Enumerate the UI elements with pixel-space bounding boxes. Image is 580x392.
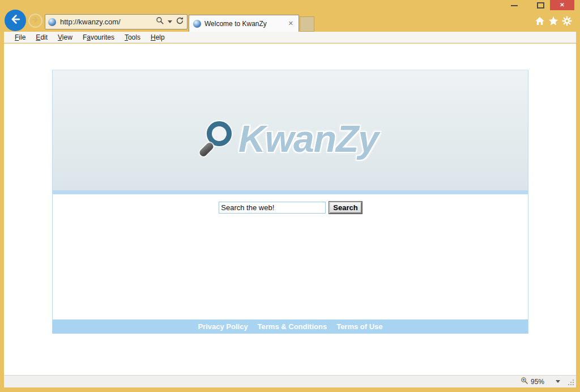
address-search-icon[interactable]	[156, 16, 164, 27]
logo-text: KwanZy	[238, 117, 378, 160]
forward-button[interactable]	[28, 14, 42, 28]
url-text[interactable]: http://kwanzy.com/	[56, 18, 156, 26]
zoom-level[interactable]: 95%	[531, 378, 544, 386]
maximize-button[interactable]	[537, 2, 544, 8]
favorites-star-icon[interactable]	[548, 16, 558, 26]
menu-help[interactable]: Help	[146, 33, 170, 41]
forward-arrow-icon	[31, 15, 40, 26]
menu-tools[interactable]: Tools	[120, 33, 146, 41]
address-bar[interactable]: http://kwanzy.com/	[45, 14, 187, 29]
divider-bar	[53, 190, 528, 194]
footer-link-privacy-policy[interactable]: Privacy Policy	[198, 322, 248, 331]
browser-window: ✕ http://kwanzy.com/ Welcome to KwanZy ✕	[0, 0, 580, 392]
close-button[interactable]: ✕	[550, 0, 574, 10]
magnifier-logo-icon	[202, 121, 233, 152]
status-bar: 95%	[4, 375, 576, 387]
search-button[interactable]: Search	[329, 202, 361, 214]
magnifier-handle	[198, 142, 215, 158]
tab-favicon	[193, 20, 201, 28]
browser-tab[interactable]: Welcome to KwanZy ✕	[189, 15, 299, 32]
footer-link-terms-of-use[interactable]: Terms of Use	[336, 322, 382, 331]
address-dropdown-caret[interactable]	[168, 20, 172, 23]
tab-close-icon[interactable]: ✕	[287, 20, 295, 27]
page-viewport: KwanZy Search Privacy Policy Terms & Con…	[4, 44, 576, 375]
content-column: KwanZy Search Privacy Policy Terms & Con…	[52, 70, 528, 334]
search-input[interactable]	[219, 202, 326, 214]
site-globe-icon	[48, 18, 56, 26]
footer-link-terms-conditions[interactable]: Terms & Conditions	[258, 322, 327, 331]
zoom-dropdown-caret[interactable]	[556, 380, 560, 383]
tab-title: Welcome to KwanZy	[201, 20, 287, 28]
menu-favourites[interactable]: Favourites	[78, 33, 120, 41]
hero-section: KwanZy	[53, 70, 528, 190]
home-icon[interactable]	[535, 16, 545, 26]
site-logo: KwanZy	[202, 117, 378, 160]
search-section: Search	[53, 194, 528, 319]
resize-grip[interactable]	[573, 380, 574, 381]
minimize-button[interactable]	[511, 5, 518, 6]
menu-file[interactable]: File	[10, 33, 31, 41]
zoom-magnifier-icon	[521, 377, 528, 387]
menu-edit[interactable]: Edit	[31, 33, 53, 41]
settings-gear-icon[interactable]	[562, 16, 572, 26]
refresh-icon[interactable]	[176, 16, 184, 27]
menu-view[interactable]: View	[53, 33, 78, 41]
new-tab-button[interactable]	[300, 16, 314, 32]
back-button[interactable]	[5, 10, 26, 31]
footer-bar: Privacy Policy Terms & Conditions Terms …	[53, 319, 528, 334]
menu-bar: File Edit View Favourites Tools Help	[4, 32, 576, 43]
back-arrow-icon	[9, 13, 22, 28]
